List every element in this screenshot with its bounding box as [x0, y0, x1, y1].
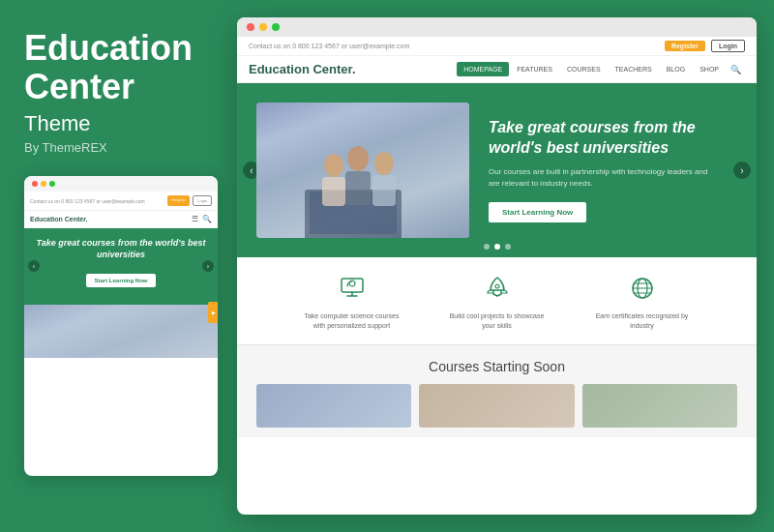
svg-point-3 [324, 154, 343, 177]
mobile-cta-btn[interactable]: Start Learning Now [86, 274, 155, 287]
mobile-dot-green [49, 181, 55, 187]
site-courses-section: Courses Starting Soon [237, 344, 757, 437]
hero-cta-button[interactable]: Start Learning Now [489, 202, 586, 222]
right-panel: Contact us on 0 800 123 4567 or user@exa… [237, 0, 774, 532]
mobile-logo-bar: Education Center. ☰ 🔍 [24, 211, 218, 228]
nav-menu: HOMEPAGE FEATURES COURSES TEACHERS BLOG … [457, 62, 745, 76]
site-hero: ‹ [237, 83, 757, 257]
course-card-1[interactable] [256, 384, 411, 428]
svg-rect-6 [345, 171, 371, 205]
mobile-register-btn[interactable]: Register [167, 195, 190, 206]
hero-people-image [256, 103, 469, 238]
mobile-hero-title: Take great courses from the world's best… [32, 238, 210, 260]
nav-item-blog[interactable]: BLOG [660, 62, 692, 76]
svg-point-5 [347, 146, 369, 171]
nav-item-courses[interactable]: COURSES [560, 62, 608, 76]
feature-label-globe: Earn certificates recognized by industry [589, 311, 696, 331]
svg-point-11 [495, 284, 499, 288]
feature-item-computer: Take computer science courses with perso… [299, 271, 405, 331]
mobile-mockup: Contact us on 0 800 123 4567 or user@exa… [24, 176, 218, 476]
hero-dot-3 [505, 244, 511, 250]
mobile-hero-image [24, 305, 218, 358]
hero-description: Our courses are built in partnership wit… [489, 166, 718, 190]
site-top-bar: Contact us on 0 800 123 4567 or user@exa… [237, 37, 757, 56]
main-title: Education Center [24, 29, 213, 105]
course-card-2[interactable] [419, 384, 574, 428]
mobile-side-tab: ▶ [208, 302, 218, 323]
desktop-dot-yellow [259, 23, 267, 31]
svg-rect-8 [372, 175, 396, 206]
site-login-btn[interactable]: Login [711, 40, 745, 52]
site-features: Take computer science courses with perso… [237, 257, 757, 344]
svg-point-7 [374, 152, 394, 175]
site-logo: Education Center. [249, 62, 356, 76]
rocket-icon [480, 271, 515, 306]
mobile-image-section [24, 305, 218, 358]
svg-rect-4 [322, 177, 345, 206]
hero-text-area: Take great courses from the world's best… [489, 118, 718, 222]
left-panel: Education Center Theme By ThemeREX Conta… [0, 0, 237, 532]
mobile-dot-yellow [41, 181, 46, 187]
desktop-dot-red [247, 23, 254, 31]
mobile-search-icon[interactable]: 🔍 [202, 215, 212, 223]
mobile-header-bar: Contact us on 0 800 123 4567 or user@exa… [24, 192, 218, 211]
mobile-menu-icon[interactable]: ☰ [192, 215, 198, 223]
hero-dot-2 [494, 244, 500, 250]
mobile-contact-text: Contact us on 0 800 123 4567 or user@exa… [30, 198, 145, 204]
globe-icon [625, 271, 660, 306]
feature-label-rocket: Build cool projects to showcase your ski… [444, 311, 551, 331]
hero-laptop-image [256, 103, 469, 238]
theme-subtitle: Theme [24, 111, 213, 136]
mobile-login-btn[interactable]: Login [193, 195, 212, 206]
website-content: Contact us on 0 800 123 4567 or user@exa… [237, 37, 757, 515]
site-contact-text: Contact us on 0 800 123 4567 or user@exa… [249, 43, 409, 49]
feature-item-rocket: Build cool projects to showcase your ski… [444, 271, 551, 331]
mobile-prev-arrow[interactable]: ‹ [28, 260, 40, 272]
hero-next-arrow[interactable]: › [733, 162, 751, 179]
hero-dots [484, 244, 511, 250]
desktop-dot-green [272, 23, 280, 31]
mobile-chrome-bar [24, 176, 218, 192]
feature-label-computer: Take computer science courses with perso… [299, 311, 405, 331]
computer-icon [335, 271, 370, 306]
nav-item-shop[interactable]: SHOP [693, 62, 726, 76]
nav-search-icon[interactable]: 🔍 [727, 65, 745, 74]
site-nav: Education Center. HOMEPAGE FEATURES COUR… [237, 56, 757, 83]
desktop-chrome-bar [237, 17, 757, 37]
feature-item-globe: Earn certificates recognized by industry [589, 271, 696, 331]
desktop-mockup: Contact us on 0 800 123 4567 or user@exa… [237, 17, 757, 515]
mobile-hero: Take great courses from the world's best… [24, 228, 218, 304]
course-card-3[interactable] [582, 384, 737, 428]
hero-dot-1 [484, 244, 490, 250]
nav-item-teachers[interactable]: TEACHERS [609, 62, 659, 76]
nav-item-features[interactable]: FEATURES [510, 62, 559, 76]
hero-image-area [256, 103, 469, 238]
mobile-next-arrow[interactable]: › [202, 260, 214, 272]
courses-grid [256, 384, 737, 428]
theme-author: By ThemeREX [24, 140, 213, 155]
mobile-dot-red [32, 181, 38, 187]
hero-title: Take great courses from the world's best… [489, 118, 718, 159]
mobile-logo: Education Center. [30, 216, 88, 222]
nav-item-homepage[interactable]: HOMEPAGE [457, 62, 509, 76]
site-register-btn[interactable]: Register [665, 41, 705, 51]
courses-section-title: Courses Starting Soon [256, 359, 737, 374]
